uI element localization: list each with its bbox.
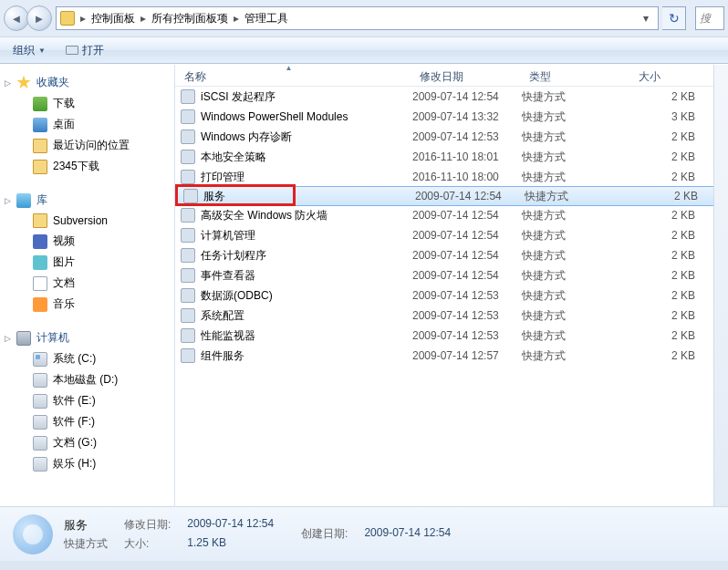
sidebar-item[interactable]: 2345下载 xyxy=(0,156,174,177)
sidebar-item[interactable]: 视频 xyxy=(0,231,174,252)
gear-icon xyxy=(13,514,53,554)
file-date: 2009-07-14 12:53 xyxy=(412,309,522,322)
breadcrumb[interactable]: ▸ 控制面板 ▸ 所有控制面板项 ▸ 管理工具 ▾ xyxy=(56,6,659,30)
table-row[interactable]: Windows 内存诊断2009-07-14 12:53快捷方式2 KB xyxy=(175,127,728,147)
open-icon xyxy=(66,46,78,55)
table-row[interactable]: 系统配置2009-07-14 12:53快捷方式2 KB xyxy=(175,306,728,326)
table-row[interactable]: 事件查看器2009-07-14 12:54快捷方式2 KB xyxy=(175,265,728,285)
file-icon xyxy=(181,109,195,124)
drv-icon xyxy=(33,394,47,409)
table-row[interactable]: 任务计划程序2009-07-14 12:54快捷方式2 KB xyxy=(175,245,728,265)
breadcrumb-dropdown[interactable]: ▾ xyxy=(638,12,654,25)
doc-icon xyxy=(33,276,47,291)
sidebar-item[interactable]: 音乐 xyxy=(0,294,174,315)
sidebar-item-label: 文档 (G:) xyxy=(53,435,97,451)
breadcrumb-item[interactable]: 管理工具 xyxy=(244,11,288,26)
sidebar-item-label: 系统 (C:) xyxy=(53,351,96,367)
file-name: 服务 xyxy=(203,189,415,204)
sidebar-header-favorites[interactable]: ▷ 收藏夹 xyxy=(0,72,174,93)
breadcrumb-item[interactable]: 控制面板 xyxy=(91,11,135,26)
table-row[interactable]: 组件服务2009-07-14 12:57快捷方式2 KB xyxy=(175,346,728,366)
file-size: 2 KB xyxy=(631,229,704,242)
collapse-icon[interactable]: ▷ xyxy=(5,196,11,205)
nav-back-button[interactable]: ◄ xyxy=(4,5,29,31)
organize-button[interactable]: 组织 ▼ xyxy=(7,40,51,61)
sidebar-item[interactable]: 软件 (E:) xyxy=(0,390,174,411)
collapse-icon[interactable]: ▷ xyxy=(5,78,11,88)
sidebar-item-label: 2345下载 xyxy=(53,159,99,174)
file-date: 2009-07-14 12:53 xyxy=(412,130,522,143)
file-type: 快捷方式 xyxy=(522,109,631,125)
sidebar-item[interactable]: 下载 xyxy=(0,93,174,114)
table-row[interactable]: 本地安全策略2016-11-10 18:01快捷方式2 KB xyxy=(175,147,728,167)
file-name: 组件服务 xyxy=(201,348,412,364)
file-date: 2009-07-14 12:54 xyxy=(412,229,522,242)
sort-asc-icon: ▲ xyxy=(286,64,293,72)
refresh-button[interactable]: ↻ xyxy=(662,6,686,30)
drv-icon xyxy=(33,436,47,451)
details-modified-value: 2009-07-14 12:54 xyxy=(187,517,274,534)
sidebar-item[interactable]: Subversion xyxy=(0,211,174,231)
file-type: 快捷方式 xyxy=(522,288,631,304)
table-row[interactable]: 数据源(ODBC)2009-07-14 12:53快捷方式2 KB xyxy=(175,285,728,306)
toolbar: 组织 ▼ 打开 xyxy=(0,36,728,64)
sidebar-item[interactable]: 娱乐 (H:) xyxy=(0,453,174,474)
column-header-date[interactable]: 修改日期 xyxy=(411,65,520,86)
file-date: 2009-07-14 12:57 xyxy=(412,349,522,362)
table-row[interactable]: 打印管理2016-11-10 18:00快捷方式2 KB xyxy=(175,167,728,187)
breadcrumb-item[interactable]: 所有控制面板项 xyxy=(151,11,228,26)
table-row[interactable]: iSCSI 发起程序2009-07-14 12:54快捷方式2 KB xyxy=(175,87,728,107)
file-name: Windows PowerShell Modules xyxy=(201,110,412,123)
chevron-right-icon[interactable]: ▸ xyxy=(230,12,243,25)
file-date: 2009-07-14 12:54 xyxy=(412,90,522,103)
file-date: 2016-11-10 18:00 xyxy=(412,171,522,183)
file-size: 2 KB xyxy=(631,90,704,103)
sidebar-group-libraries: ▷ 库 Subversion视频图片文档音乐 xyxy=(0,190,174,315)
cdrv-icon xyxy=(33,352,47,367)
file-type: 快捷方式 xyxy=(522,228,631,244)
details-modified-label: 修改日期: xyxy=(124,517,171,534)
sidebar-item[interactable]: 系统 (C:) xyxy=(0,348,174,369)
file-type: 快捷方式 xyxy=(522,328,631,344)
details-pane: 服务 修改日期: 2009-07-14 12:54 快捷方式 大小: 1.25 … xyxy=(0,506,728,561)
scrollbar[interactable] xyxy=(713,65,728,506)
table-row[interactable]: 计算机管理2009-07-14 12:54快捷方式2 KB xyxy=(175,225,728,245)
sidebar-item[interactable]: 桌面 xyxy=(0,114,174,135)
table-row[interactable]: 高级安全 Windows 防火墙2009-07-14 12:54快捷方式2 KB xyxy=(175,205,728,225)
file-date: 2009-07-14 12:53 xyxy=(412,289,522,302)
sidebar-item[interactable]: 文档 (G:) xyxy=(0,432,174,453)
sidebar-header-libraries[interactable]: ▷ 库 xyxy=(0,190,174,211)
file-list[interactable]: iSCSI 发起程序2009-07-14 12:54快捷方式2 KBWindow… xyxy=(175,87,728,506)
sidebar-item[interactable]: 文档 xyxy=(0,273,174,294)
chevron-down-icon: ▼ xyxy=(38,47,46,55)
file-name: 计算机管理 xyxy=(201,228,412,244)
sidebar-header-computer[interactable]: ▷ 计算机 xyxy=(0,327,174,348)
file-date: 2009-07-14 13:32 xyxy=(412,110,522,123)
column-headers: 名称▲ 修改日期 类型 大小 xyxy=(175,65,728,87)
details-created-label: 创建日期: xyxy=(301,526,348,542)
column-header-size[interactable]: 大小 xyxy=(629,65,702,86)
sidebar-item[interactable]: 最近访问的位置 xyxy=(0,135,174,156)
fld-icon xyxy=(33,160,47,174)
table-row[interactable]: 服务2009-07-14 12:54快捷方式2 KB xyxy=(177,186,726,206)
chevron-right-icon[interactable]: ▸ xyxy=(77,12,89,25)
sidebar-header-label: 计算机 xyxy=(36,330,69,346)
file-size: 2 KB xyxy=(631,289,704,302)
table-row[interactable]: 性能监视器2009-07-14 12:53快捷方式2 KB xyxy=(175,326,728,346)
file-icon xyxy=(181,150,195,164)
column-header-type[interactable]: 类型 xyxy=(520,65,629,86)
table-row[interactable]: Windows PowerShell Modules2009-07-14 13:… xyxy=(175,107,728,127)
sidebar-item[interactable]: 本地磁盘 (D:) xyxy=(0,369,174,390)
file-date: 2009-07-14 12:54 xyxy=(412,249,522,262)
open-button[interactable]: 打开 xyxy=(60,40,109,61)
sidebar-header-label: 库 xyxy=(36,192,47,208)
nav-forward-button[interactable]: ► xyxy=(26,5,52,31)
sidebar-item[interactable]: 软件 (F:) xyxy=(0,411,174,432)
search-input[interactable]: 搜 xyxy=(695,6,724,30)
collapse-icon[interactable]: ▷ xyxy=(5,334,11,343)
file-name: 高级安全 Windows 防火墙 xyxy=(201,208,412,223)
file-size: 2 KB xyxy=(631,349,704,362)
sidebar-item[interactable]: 图片 xyxy=(0,252,174,273)
column-header-name[interactable]: 名称▲ xyxy=(175,65,411,86)
chevron-right-icon[interactable]: ▸ xyxy=(137,12,150,25)
